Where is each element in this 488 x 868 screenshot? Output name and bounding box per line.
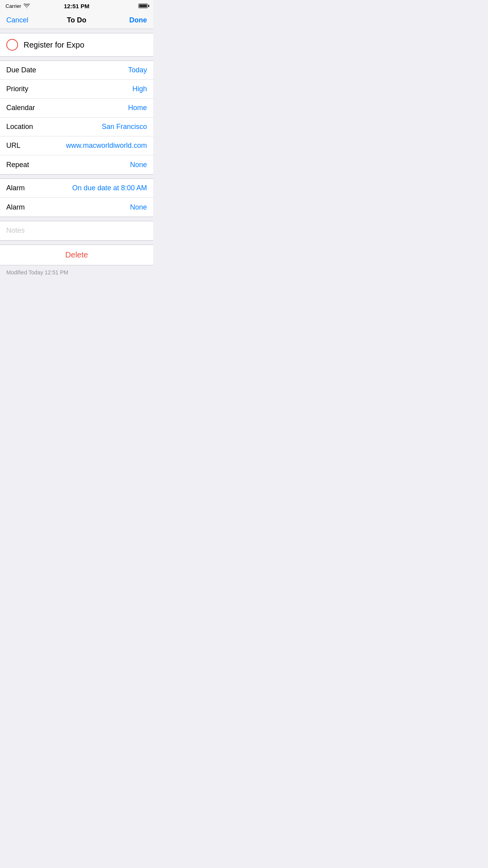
calendar-row[interactable]: Calendar Home [0,99,153,118]
form-section-main: Due Date Today Priority High Calendar Ho… [0,61,153,175]
battery-icon [138,4,148,8]
carrier-label: Carrier [6,3,21,9]
due-date-label: Due Date [6,66,36,74]
nav-bar: Cancel To Do Done [0,12,153,29]
task-title[interactable]: Register for Expo [24,40,84,50]
status-left: Carrier [6,3,30,9]
cancel-button[interactable]: Cancel [6,16,28,24]
delete-section: Delete [0,245,153,265]
calendar-value: Home [128,104,147,112]
repeat-row[interactable]: Repeat None [0,155,153,174]
repeat-value: None [130,161,147,169]
url-label: URL [6,142,20,150]
alarm-value-1: On due date at 8:00 AM [72,184,147,192]
task-complete-circle[interactable] [6,39,18,51]
due-date-value: Today [128,66,147,74]
task-title-section: Register for Expo [0,33,153,57]
status-bar: Carrier 12:51 PM [0,0,153,12]
wifi-icon [24,4,30,8]
alarm-row-1[interactable]: Alarm On due date at 8:00 AM [0,179,153,198]
priority-row[interactable]: Priority High [0,80,153,99]
notes-section[interactable]: Notes [0,221,153,241]
notes-placeholder: Notes [6,226,25,234]
calendar-label: Calendar [6,104,35,112]
repeat-label: Repeat [6,161,29,169]
footer: Modified Today 12:51 PM [0,265,153,280]
location-row[interactable]: Location San Francisco [0,118,153,136]
location-label: Location [6,123,33,131]
alarm-label-2: Alarm [6,203,25,211]
status-time: 12:51 PM [64,3,89,9]
location-value: San Francisco [102,123,147,131]
url-row[interactable]: URL www.macworldiworld.com [0,136,153,155]
due-date-row[interactable]: Due Date Today [0,61,153,80]
delete-button[interactable]: Delete [65,250,88,259]
nav-title: To Do [67,16,86,24]
priority-value: High [132,85,147,93]
battery-fill [139,4,147,7]
alarm-value-2: None [130,203,147,211]
url-value: www.macworldiworld.com [66,142,147,150]
priority-label: Priority [6,85,28,93]
alarm-row-2[interactable]: Alarm None [0,198,153,217]
alarm-section: Alarm On due date at 8:00 AM Alarm None [0,178,153,217]
done-button[interactable]: Done [129,16,147,24]
status-right [138,4,148,8]
alarm-label-1: Alarm [6,184,25,192]
